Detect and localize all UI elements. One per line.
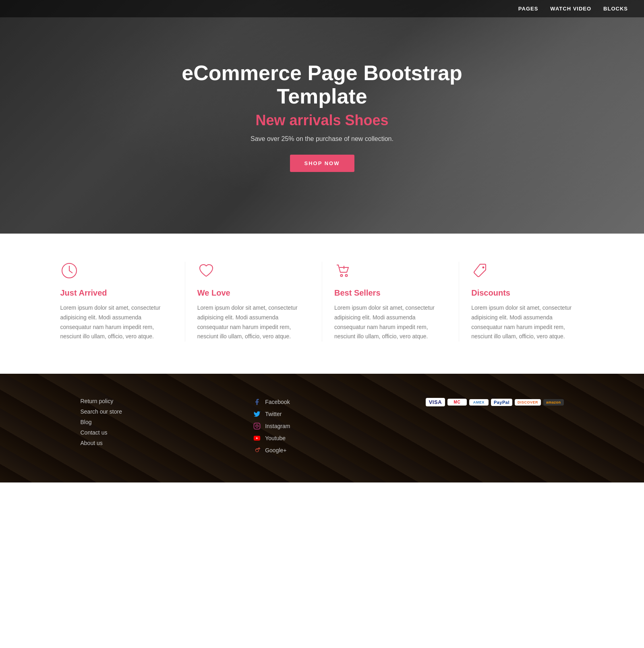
shop-now-button[interactable]: SHOP NOW [290, 155, 354, 172]
feature-title-just-arrived: Just Arrived [60, 288, 173, 298]
feature-discounts: Discounts Lorem ipsum dolor sit amet, co… [459, 262, 596, 342]
feature-text-best-sellers: Lorem ipsum dolor sit amet, consectetur … [334, 303, 447, 342]
navbar: PAGES WATCH VIDEO BLOCKS [0, 0, 644, 17]
footer-link-search-store[interactable]: Search our store [81, 408, 137, 415]
svg-rect-4 [254, 423, 260, 429]
footer-social-col: FacebookTwitterInstagramYoutubeGoogle+ [253, 398, 309, 458]
social-label-googleplus: Google+ [265, 447, 286, 453]
social-link-twitter[interactable]: Twitter [253, 410, 309, 418]
payment-badges: VISAMCAMEXPayPalDISCOVERamazon [426, 398, 564, 406]
tag-icon [471, 262, 584, 281]
heart-icon [197, 262, 310, 281]
cart-icon [334, 262, 447, 281]
feature-text-discounts: Lorem ipsum dolor sit amet, consectetur … [471, 303, 584, 342]
feature-we-love: We Love Lorem ipsum dolor sit amet, cons… [185, 262, 322, 342]
social-link-youtube[interactable]: Youtube [253, 434, 309, 442]
footer-payments-col: VISAMCAMEXPayPalDISCOVERamazon [426, 398, 564, 406]
feature-text-we-love: Lorem ipsum dolor sit amet, consectetur … [197, 303, 310, 342]
feature-title-we-love: We Love [197, 288, 310, 298]
social-label-instagram: Instagram [265, 423, 290, 429]
feature-text-just-arrived: Lorem ipsum dolor sit amet, consectetur … [60, 303, 173, 342]
footer-link-about-us[interactable]: About us [81, 440, 137, 446]
social-link-instagram[interactable]: Instagram [253, 422, 309, 430]
footer-link-blog[interactable]: Blog [81, 419, 137, 425]
social-link-googleplus[interactable]: Google+ [253, 446, 309, 454]
nav-pages[interactable]: PAGES [518, 6, 538, 12]
feature-best-sellers: Best Sellers Lorem ipsum dolor sit amet,… [322, 262, 459, 342]
hero-tagline: Save over 25% on the purchase of new col… [149, 135, 495, 143]
svg-point-1 [341, 275, 343, 277]
social-label-twitter: Twitter [265, 411, 282, 417]
social-label-facebook: Facebook [265, 399, 290, 405]
payment-badge-discover: DISCOVER [515, 399, 541, 406]
features-grid: Just Arrived Lorem ipsum dolor sit amet,… [40, 262, 604, 342]
social-link-facebook[interactable]: Facebook [253, 398, 309, 406]
nav-watch-video[interactable]: WATCH VIDEO [550, 6, 591, 12]
feature-title-best-sellers: Best Sellers [334, 288, 447, 298]
features-section: Just Arrived Lorem ipsum dolor sit amet,… [0, 234, 644, 374]
payment-badge-amazon: amazon [543, 399, 564, 406]
twitter-icon [253, 410, 261, 418]
feature-just-arrived: Just Arrived Lorem ipsum dolor sit amet,… [48, 262, 185, 342]
feature-title-discounts: Discounts [471, 288, 584, 298]
hero-subtitle-highlight: Shoes [345, 112, 389, 128]
svg-point-3 [482, 267, 485, 269]
hero-subtitle: New arrivals Shoes [149, 112, 495, 129]
social-label-youtube: Youtube [265, 435, 286, 441]
hero-content: eCommerce Page Bootstrap Template New ar… [141, 62, 503, 172]
facebook-icon [253, 398, 261, 406]
footer: Return policySearch our storeBlogContact… [0, 374, 644, 482]
footer-link-return-policy[interactable]: Return policy [81, 398, 137, 404]
instagram-icon [253, 422, 261, 430]
footer-link-contact-us[interactable]: Contact us [81, 429, 137, 436]
payment-badge-paypal: PayPal [491, 399, 512, 406]
payment-badge-amex: AMEX [469, 399, 489, 406]
payment-badge-mc: MC [447, 399, 467, 406]
nav-blocks[interactable]: BLOCKS [603, 6, 628, 12]
hero-section: eCommerce Page Bootstrap Template New ar… [0, 0, 644, 234]
svg-point-2 [346, 275, 348, 277]
hero-subtitle-text: New arrivals [255, 112, 345, 128]
youtube-icon [253, 434, 261, 442]
footer-links-col: Return policySearch our storeBlogContact… [81, 398, 137, 450]
footer-inner: Return policySearch our storeBlogContact… [81, 398, 564, 458]
googleplus-icon [253, 446, 261, 454]
payment-badge-visa: VISA [426, 398, 445, 406]
clock-icon [60, 262, 173, 281]
hero-title: eCommerce Page Bootstrap Template [149, 62, 495, 108]
